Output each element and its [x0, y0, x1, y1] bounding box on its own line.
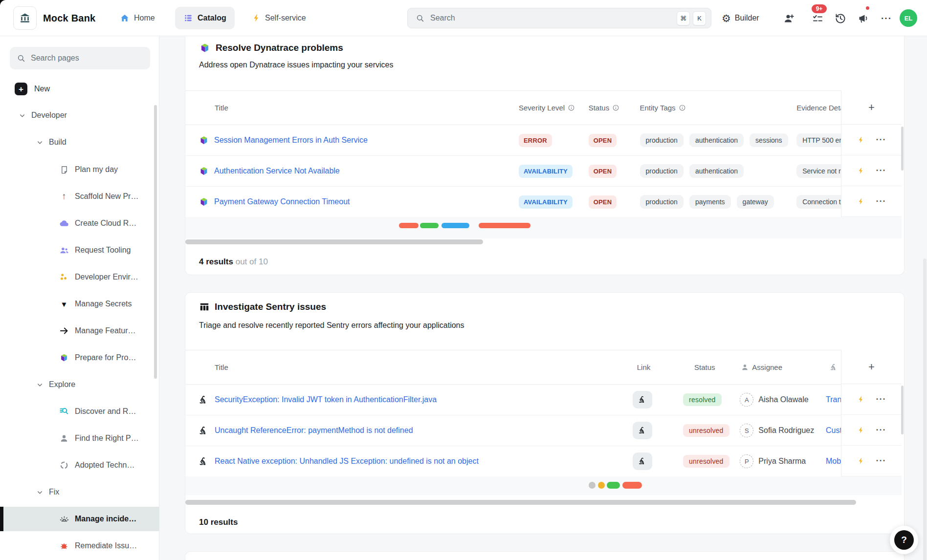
sentry-link-button[interactable]: [633, 391, 652, 409]
run-action-bolt-icon[interactable]: [857, 426, 864, 435]
problem-title-link[interactable]: Payment Gateway Connection Timeout: [214, 197, 350, 206]
sidebar-group-explore[interactable]: Explore: [36, 376, 75, 393]
more-menu-button[interactable]: ···: [880, 12, 893, 25]
col-title[interactable]: Title: [215, 363, 228, 371]
run-action-bolt-icon[interactable]: [857, 166, 864, 175]
sidebar-item-adopted-technologies[interactable]: Adopted Techn…: [59, 457, 134, 474]
announcements-button[interactable]: [857, 12, 870, 25]
problem-title-link[interactable]: Session Management Errors in Auth Servic…: [214, 136, 368, 145]
sentry-link-button[interactable]: [633, 452, 652, 470]
sidebar-item-prepare-for-production[interactable]: Prepare for Pro…: [59, 349, 136, 366]
sidebar-search[interactable]: [10, 47, 150, 69]
info-icon[interactable]: [612, 104, 619, 111]
sidebar-item-find-the-right-person[interactable]: Find the Right P…: [59, 430, 139, 447]
entity-tag: sessions: [750, 133, 788, 147]
tab-self-service[interactable]: Self-service: [243, 7, 314, 29]
row-menu-icon[interactable]: ···: [876, 196, 886, 207]
sidebar-group-fix[interactable]: Fix: [36, 484, 59, 500]
sentry-link-button[interactable]: [633, 422, 652, 439]
person-add-icon: [783, 13, 795, 24]
issue-title-link[interactable]: Uncaught ReferenceError: paymentMethod i…: [215, 426, 413, 435]
sidebar-item-label: Create Cloud R…: [75, 219, 136, 228]
run-action-bolt-icon[interactable]: [857, 197, 864, 206]
sidebar-item-manage-features[interactable]: Manage Featur…: [59, 323, 136, 339]
severity-badge: AVAILABILITY: [519, 195, 573, 209]
issue-title-link[interactable]: React Native exception: Unhandled JS Exc…: [215, 457, 479, 466]
col-status[interactable]: Status: [694, 363, 715, 371]
sidebar-new-button[interactable]: + New: [15, 80, 50, 98]
table-row[interactable]: Payment Gateway Connection Timeout AVAIL…: [185, 187, 902, 217]
col-assignee[interactable]: Assignee: [752, 363, 782, 371]
sidebar-item-create-cloud-resource[interactable]: Create Cloud R…: [59, 215, 136, 232]
tab-catalog[interactable]: Catalog: [175, 7, 235, 29]
table-vertical-scrollbar[interactable]: [901, 386, 904, 434]
search-input[interactable]: [430, 14, 674, 22]
tab-catalog-label: Catalog: [198, 14, 226, 22]
user-avatar[interactable]: EL: [900, 9, 917, 27]
table-horizontal-scrollbar[interactable]: [185, 239, 483, 244]
table-row[interactable]: React Native exception: Unhandled JS Exc…: [185, 446, 902, 477]
sentry-widget-card: Investigate Sentry issues Triage and res…: [185, 292, 905, 534]
segmented-circle-icon: [59, 460, 69, 471]
sidebar-group-build[interactable]: Build: [36, 134, 66, 151]
preview-pill: [399, 223, 419, 228]
sidebar-item-developer-environments[interactable]: Developer Envir…: [59, 269, 138, 285]
run-action-bolt-icon[interactable]: [857, 395, 864, 404]
row-menu-icon[interactable]: ···: [876, 394, 886, 405]
table-row[interactable]: Uncaught ReferenceError: paymentMethod i…: [185, 415, 902, 446]
builder-button[interactable]: ⚙ Builder: [722, 7, 759, 29]
issue-title-link[interactable]: SecurityException: Invalid JWT token in …: [215, 395, 437, 404]
sidebar-scrollbar[interactable]: [154, 105, 157, 379]
dynatrace-widget-card: Resolve Dynatrace problems Address open …: [185, 36, 905, 275]
global-search[interactable]: ⌘ K: [407, 8, 711, 28]
arrow-up-icon: ↑: [59, 191, 69, 202]
add-column-button[interactable]: +: [841, 90, 902, 125]
table-row[interactable]: SecurityException: Invalid JWT token in …: [185, 385, 902, 415]
col-entity-tags[interactable]: Entity Tags: [640, 104, 676, 112]
row-menu-icon[interactable]: ···: [876, 135, 886, 145]
home-icon: [120, 13, 130, 23]
col-status[interactable]: Status: [589, 104, 610, 112]
widget-title: Investigate Sentry issues: [215, 302, 326, 312]
sidebar-item-request-tooling[interactable]: Request Tooling: [59, 242, 131, 258]
sidebar-item-label: Prepare for Pro…: [75, 353, 136, 362]
sidebar-item-label: Manage Secrets: [75, 300, 132, 308]
group-label: Explore: [49, 380, 75, 389]
preview-pill: [598, 482, 605, 489]
status-badge: unresolved: [683, 424, 729, 437]
sidebar-item-plan-my-day[interactable]: Plan my day: [59, 161, 118, 178]
info-icon[interactable]: [568, 104, 575, 111]
sidebar-item-remediate-issues[interactable]: Remediate Issu…: [59, 538, 137, 554]
sidebar-group-developer[interactable]: Developer: [19, 107, 67, 124]
table-row[interactable]: Authentication Service Not Available AVA…: [185, 156, 902, 187]
problem-title-link[interactable]: Authentication Service Not Available: [214, 167, 340, 175]
table-vertical-scrollbar[interactable]: [901, 127, 904, 171]
entity-tag: production: [640, 133, 684, 147]
row-menu-icon[interactable]: ···: [876, 456, 886, 466]
table-horizontal-scrollbar[interactable]: [185, 500, 856, 505]
table-row[interactable]: Session Management Errors in Auth Servic…: [185, 125, 902, 156]
sidebar-item-scaffold-new-project[interactable]: ↑ Scaffold New Pr…: [59, 188, 138, 205]
brand-logo[interactable]: [13, 6, 37, 30]
row-menu-icon[interactable]: ···: [876, 166, 886, 176]
row-actions-column: + ··· ··· ···: [841, 350, 902, 476]
row-menu-icon[interactable]: ···: [876, 425, 886, 435]
widget-title: Resolve Dynatrace problems: [216, 43, 343, 53]
col-link[interactable]: Link: [637, 363, 651, 371]
run-action-bolt-icon[interactable]: [857, 135, 864, 145]
col-title[interactable]: Title: [215, 104, 228, 112]
sidebar-item-discover-and-research[interactable]: Discover and R…: [59, 403, 136, 420]
page-scrollbar[interactable]: [923, 258, 927, 560]
tab-home[interactable]: Home: [111, 7, 163, 29]
help-button[interactable]: ?: [890, 526, 918, 554]
run-action-bolt-icon[interactable]: [857, 456, 864, 466]
sidebar-search-input[interactable]: [31, 54, 143, 63]
history-button[interactable]: [834, 12, 847, 25]
invite-user-button[interactable]: [783, 12, 795, 25]
col-severity[interactable]: Severity Level: [519, 104, 565, 112]
results-number: 10 results: [199, 517, 238, 527]
sidebar-item-manage-secrets[interactable]: ▼ Manage Secrets: [59, 296, 132, 312]
sidebar-item-manage-incidents[interactable]: Manage incide…: [59, 511, 136, 527]
add-column-button[interactable]: +: [841, 350, 902, 384]
info-icon[interactable]: [679, 104, 686, 111]
